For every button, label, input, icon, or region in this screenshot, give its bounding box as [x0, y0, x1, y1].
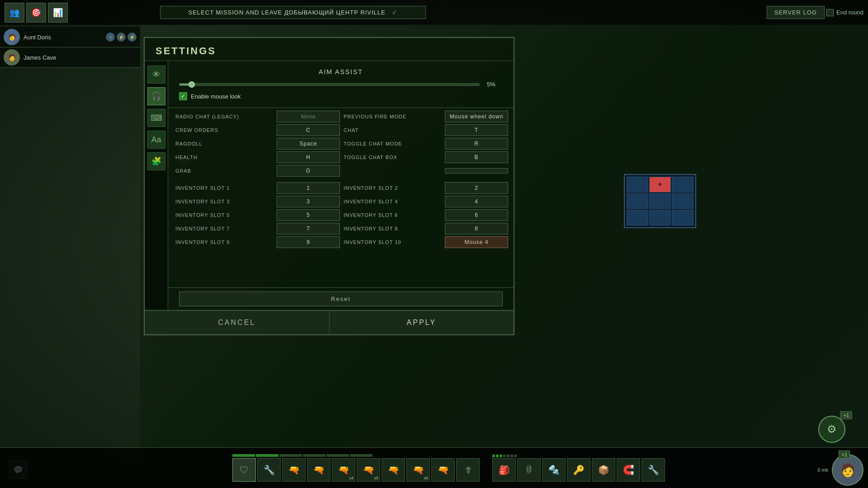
slider-track[interactable] — [179, 83, 480, 86]
keybind-row-3: HEALTH H TOGGLE CHAT BOX B — [174, 151, 508, 163]
inventory-slot-1[interactable]: 🛡 — [232, 458, 256, 482]
key-health[interactable]: H — [277, 151, 340, 163]
key-crew-orders[interactable]: C — [277, 124, 340, 136]
label-inv-slot-8: INVENTORY SLOT 8 — [342, 226, 443, 231]
key-inv-slot-9[interactable]: 9 — [277, 236, 340, 248]
key-chat[interactable]: T — [445, 124, 508, 136]
compass-area: ⚙ +1 — [818, 416, 845, 443]
target-icon-btn[interactable]: 🎯 — [26, 3, 46, 23]
inventory-slot-5[interactable]: 🔫x4 — [332, 458, 355, 482]
nav-icon-keyboard[interactable]: ⌨ — [147, 109, 165, 127]
key-toggle-chat-box[interactable]: B — [445, 151, 508, 163]
key-inv-slot-8[interactable]: 8 — [445, 223, 508, 235]
hud-screen-1: + — [624, 174, 696, 228]
enable-mouse-look-label: Enable mouse look — [191, 93, 241, 100]
key-grab[interactable]: G — [277, 165, 340, 177]
settings-nav: 👁 🎧 ⌨ Aa 🧩 — [145, 61, 168, 310]
keybind-row-inv-5: INVENTORY SLOT 5 5 INVENTORY SLOT 6 6 — [174, 209, 508, 221]
health-bar-seg-empty — [350, 454, 373, 457]
cancel-button[interactable]: CANCEL — [145, 311, 330, 334]
reset-button[interactable]: Reset — [179, 291, 503, 306]
hud-cell — [627, 210, 648, 225]
hud-cell-highlight: + — [649, 177, 671, 192]
health-bar-seg — [256, 454, 278, 457]
nav-icon-eye[interactable]: 👁 — [147, 66, 165, 84]
inventory-slot-4[interactable]: 🔫 — [307, 458, 330, 482]
keybind-row-4: GRAB G — [174, 165, 508, 177]
keybind-row-inv-1: INVENTORY SLOT 1 1 INVENTORY SLOT 2 2 — [174, 182, 508, 194]
nav-icon-text[interactable]: Aa — [147, 131, 165, 149]
key-inv-slot-3[interactable]: 3 — [277, 196, 340, 207]
inventory-slot-2[interactable]: 🔧 — [257, 458, 281, 482]
label-crew-orders: CREW ORDERS — [174, 127, 275, 133]
player-name-aunt-doris: Aunt Doris — [24, 34, 51, 41]
avatar-aunt-doris: 🧑 — [4, 29, 20, 45]
server-log-button[interactable]: SERVER LOG — [767, 6, 825, 19]
inventory-slot-9[interactable]: 🔫 — [431, 458, 455, 482]
key-inv-slot-2[interactable]: 2 — [445, 182, 508, 194]
right-inventory-slots: 🎒 🛢 🔩 🔑 📦 🧲 🔧 — [492, 455, 665, 482]
keybind-area: RADIO CHAT (LEGACY) None PREVIOUS FIRE M… — [172, 108, 510, 287]
dialog-footer: CANCEL APPLY — [145, 310, 514, 334]
slider-thumb — [189, 81, 195, 88]
inventory-slot-3[interactable]: 🔫 — [282, 458, 306, 482]
label-inv-slot-6: INVENTORY SLOT 6 — [342, 212, 443, 218]
health-bar-seg-empty — [303, 454, 326, 457]
key-inv-slot-10[interactable]: Mouse 4 — [445, 236, 508, 248]
key-radio-chat[interactable]: None — [277, 111, 340, 122]
right-slot-5[interactable]: 📦 — [592, 458, 615, 482]
hud-cell — [672, 177, 693, 192]
label-inv-slot-4: INVENTORY SLOT 4 — [342, 199, 443, 204]
people-icon-btn[interactable]: 👥 — [5, 3, 24, 23]
label-grab: GRAB — [174, 168, 275, 174]
key-inv-slot-5[interactable]: 5 — [277, 209, 340, 221]
label-toggle-chat-mode: TOGGLE CHAT MODE — [342, 141, 443, 146]
chart-icon-btn[interactable]: 📊 — [48, 3, 68, 23]
health-bar-seg-empty — [326, 454, 349, 457]
label-health: HEALTH — [174, 155, 275, 160]
right-slot-1[interactable]: 🎒 — [492, 458, 516, 482]
right-slot-7[interactable]: 🔧 — [642, 458, 665, 482]
enable-mouse-look-checkbox[interactable]: ✓ — [179, 92, 187, 100]
right-slot-6[interactable]: 🧲 — [617, 458, 640, 482]
hud-cell — [627, 193, 648, 209]
slider-value: 5% — [487, 81, 503, 88]
nav-icon-puzzle[interactable]: 🧩 — [147, 152, 165, 170]
right-slot-2[interactable]: 🛢 — [517, 458, 541, 482]
key-inv-slot-6[interactable]: 6 — [445, 209, 508, 221]
health-bar-seg — [232, 454, 255, 457]
label-prev-fire: PREVIOUS FIRE MODE — [342, 114, 443, 119]
end-round-checkbox[interactable] — [826, 9, 834, 16]
keybind-row-inv-3: INVENTORY SLOT 3 3 INVENTORY SLOT 4 4 — [174, 196, 508, 207]
inventory-slots: 🛡 🔧 🔫 🔫 🔫x4 🔫x5 🔫 🔫x6 🔫 🗡 — [232, 458, 480, 482]
label-ragdoll: RAGDOLL — [174, 141, 275, 146]
inventory-slot-8[interactable]: 🔫x6 — [406, 458, 430, 482]
label-inv-slot-2: INVENTORY SLOT 2 — [342, 185, 443, 191]
mission-banner: SELECT MISSION AND LEAVE ДОБЫВАЮЩИЙ ЦЕНТ… — [160, 6, 426, 19]
apply-button[interactable]: APPLY — [330, 311, 514, 334]
right-hud-screens: + — [624, 174, 696, 228]
speed-label: 0 mk — [817, 467, 828, 473]
key-toggle-chat-mode[interactable]: R — [445, 138, 508, 150]
right-slot-4[interactable]: 🔑 — [567, 458, 590, 482]
key-inv-slot-7[interactable]: 7 — [277, 223, 340, 235]
level-badge: +1 — [839, 450, 850, 459]
health-bars — [232, 454, 480, 457]
hud-cell — [672, 210, 693, 225]
nav-icon-audio[interactable]: 🎧 — [147, 87, 165, 105]
right-slot-3[interactable]: 🔩 — [542, 458, 566, 482]
keybind-row-0: RADIO CHAT (LEGACY) None PREVIOUS FIRE M… — [174, 111, 508, 122]
dialog-body: 👁 🎧 ⌨ Aa 🧩 AIM ASSIST 5% ✓ Ena — [145, 61, 514, 310]
keybind-scroll[interactable]: RADIO CHAT (LEGACY) None PREVIOUS FIRE M… — [172, 108, 510, 287]
key-prev-fire[interactable]: Mouse wheel down — [445, 111, 508, 122]
hud-cell — [627, 177, 648, 192]
key-inv-slot-1[interactable]: 1 — [277, 182, 340, 194]
inventory-slot-6[interactable]: 🔫x5 — [357, 458, 380, 482]
keybind-row-2: RAGDOLL Space TOGGLE CHAT MODE R — [174, 138, 508, 150]
bottom-bar: 🛡 🔧 🔫 🔫 🔫x4 🔫x5 🔫 🔫x6 🔫 🗡 — [0, 447, 868, 488]
inventory-slot-10[interactable]: 🗡 — [456, 458, 480, 482]
key-ragdoll[interactable]: Space — [277, 138, 340, 150]
aim-assist-title: AIM ASSIST — [179, 68, 503, 75]
inventory-slot-7[interactable]: 🔫 — [382, 458, 405, 482]
key-inv-slot-4[interactable]: 4 — [445, 196, 508, 207]
